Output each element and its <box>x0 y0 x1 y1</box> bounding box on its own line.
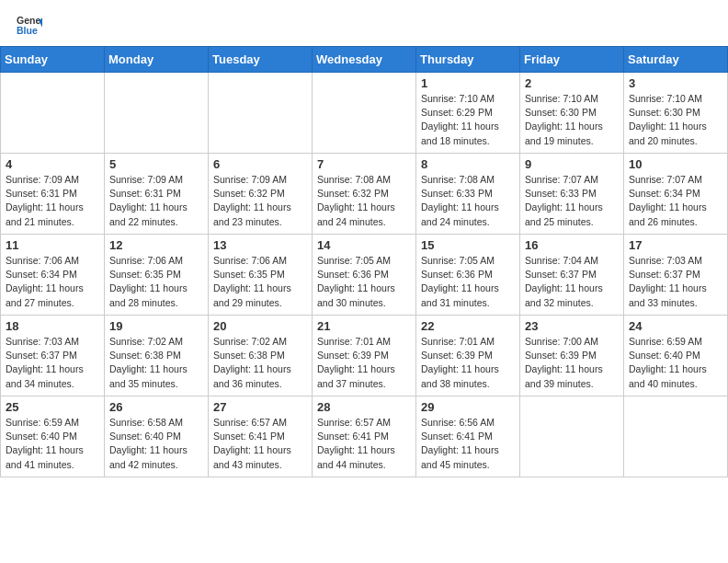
column-header-thursday: Thursday <box>416 47 520 73</box>
calendar-cell: 11Sunrise: 7:06 AM Sunset: 6:34 PM Dayli… <box>1 235 105 316</box>
calendar-cell: 15Sunrise: 7:05 AM Sunset: 6:36 PM Dayli… <box>416 235 520 316</box>
calendar-cell <box>105 73 209 154</box>
day-info: Sunrise: 7:02 AM Sunset: 6:38 PM Dayligh… <box>109 335 203 391</box>
day-number: 6 <box>213 157 307 171</box>
day-number: 7 <box>317 157 411 171</box>
day-info: Sunrise: 7:06 AM Sunset: 6:35 PM Dayligh… <box>213 254 307 310</box>
column-header-saturday: Saturday <box>624 47 728 73</box>
calendar-cell: 17Sunrise: 7:03 AM Sunset: 6:37 PM Dayli… <box>624 235 728 316</box>
calendar-cell: 29Sunrise: 6:56 AM Sunset: 6:41 PM Dayli… <box>416 396 520 477</box>
day-info: Sunrise: 7:06 AM Sunset: 6:35 PM Dayligh… <box>109 254 203 310</box>
day-number: 15 <box>421 238 515 252</box>
calendar-cell: 20Sunrise: 7:02 AM Sunset: 6:38 PM Dayli… <box>209 316 313 396</box>
day-number: 23 <box>525 319 619 333</box>
day-number: 13 <box>213 238 307 252</box>
calendar-cell: 9Sunrise: 7:07 AM Sunset: 6:33 PM Daylig… <box>520 154 624 235</box>
day-info: Sunrise: 7:03 AM Sunset: 6:37 PM Dayligh… <box>6 335 99 391</box>
day-number: 17 <box>629 238 722 252</box>
calendar-cell: 5Sunrise: 7:09 AM Sunset: 6:31 PM Daylig… <box>105 154 209 235</box>
calendar-cell: 12Sunrise: 7:06 AM Sunset: 6:35 PM Dayli… <box>105 235 209 316</box>
day-number: 25 <box>6 400 99 414</box>
calendar-cell: 19Sunrise: 7:02 AM Sunset: 6:38 PM Dayli… <box>105 316 209 396</box>
day-number: 12 <box>109 238 203 252</box>
day-number: 2 <box>525 76 619 90</box>
svg-text:Blue: Blue <box>17 25 38 36</box>
day-info: Sunrise: 7:03 AM Sunset: 6:37 PM Dayligh… <box>629 254 722 310</box>
calendar-cell: 8Sunrise: 7:08 AM Sunset: 6:33 PM Daylig… <box>416 154 520 235</box>
day-number: 22 <box>421 319 515 333</box>
day-number: 28 <box>317 400 411 414</box>
column-header-tuesday: Tuesday <box>209 47 313 73</box>
calendar-cell: 4Sunrise: 7:09 AM Sunset: 6:31 PM Daylig… <box>1 154 105 235</box>
calendar-cell: 22Sunrise: 7:01 AM Sunset: 6:39 PM Dayli… <box>416 316 520 396</box>
day-number: 24 <box>629 319 722 333</box>
day-number: 8 <box>421 157 515 171</box>
calendar-cell <box>209 73 313 154</box>
day-info: Sunrise: 7:10 AM Sunset: 6:30 PM Dayligh… <box>525 92 619 148</box>
day-info: Sunrise: 7:09 AM Sunset: 6:32 PM Dayligh… <box>213 173 307 229</box>
day-info: Sunrise: 6:59 AM Sunset: 6:40 PM Dayligh… <box>629 335 722 391</box>
day-number: 20 <box>213 319 307 333</box>
calendar-cell: 16Sunrise: 7:04 AM Sunset: 6:37 PM Dayli… <box>520 235 624 316</box>
day-info: Sunrise: 7:10 AM Sunset: 6:29 PM Dayligh… <box>421 92 515 148</box>
day-info: Sunrise: 7:01 AM Sunset: 6:39 PM Dayligh… <box>317 335 411 391</box>
calendar-cell: 13Sunrise: 7:06 AM Sunset: 6:35 PM Dayli… <box>209 235 313 316</box>
day-number: 29 <box>421 400 515 414</box>
day-info: Sunrise: 7:09 AM Sunset: 6:31 PM Dayligh… <box>6 173 99 229</box>
column-header-friday: Friday <box>520 47 624 73</box>
day-info: Sunrise: 7:08 AM Sunset: 6:33 PM Dayligh… <box>421 173 515 229</box>
day-info: Sunrise: 7:08 AM Sunset: 6:32 PM Dayligh… <box>317 173 411 229</box>
day-info: Sunrise: 7:05 AM Sunset: 6:36 PM Dayligh… <box>317 254 411 310</box>
day-number: 4 <box>6 157 99 171</box>
calendar-cell <box>624 396 728 477</box>
column-header-wednesday: Wednesday <box>313 47 416 73</box>
calendar-table: SundayMondayTuesdayWednesdayThursdayFrid… <box>0 46 728 477</box>
calendar-cell: 24Sunrise: 6:59 AM Sunset: 6:40 PM Dayli… <box>624 316 728 396</box>
calendar-cell <box>313 73 416 154</box>
calendar-wrapper: SundayMondayTuesdayWednesdayThursdayFrid… <box>0 46 728 477</box>
day-number: 5 <box>109 157 203 171</box>
logo-icon: General Blue <box>17 13 42 39</box>
day-number: 26 <box>109 400 203 414</box>
day-info: Sunrise: 6:58 AM Sunset: 6:40 PM Dayligh… <box>109 416 203 472</box>
calendar-cell: 10Sunrise: 7:07 AM Sunset: 6:34 PM Dayli… <box>624 154 728 235</box>
logo: General Blue <box>17 13 46 39</box>
day-info: Sunrise: 7:07 AM Sunset: 6:34 PM Dayligh… <box>629 173 722 229</box>
day-number: 11 <box>6 238 99 252</box>
day-info: Sunrise: 7:01 AM Sunset: 6:39 PM Dayligh… <box>421 335 515 391</box>
day-info: Sunrise: 6:57 AM Sunset: 6:41 PM Dayligh… <box>213 416 307 472</box>
day-number: 21 <box>317 319 411 333</box>
calendar-cell: 27Sunrise: 6:57 AM Sunset: 6:41 PM Dayli… <box>209 396 313 477</box>
day-number: 10 <box>629 157 722 171</box>
day-info: Sunrise: 6:59 AM Sunset: 6:40 PM Dayligh… <box>6 416 99 472</box>
day-info: Sunrise: 7:04 AM Sunset: 6:37 PM Dayligh… <box>525 254 619 310</box>
day-info: Sunrise: 7:10 AM Sunset: 6:30 PM Dayligh… <box>629 92 722 148</box>
calendar-cell: 28Sunrise: 6:57 AM Sunset: 6:41 PM Dayli… <box>313 396 416 477</box>
day-number: 1 <box>421 76 515 90</box>
calendar-cell <box>520 396 624 477</box>
calendar-cell: 18Sunrise: 7:03 AM Sunset: 6:37 PM Dayli… <box>1 316 105 396</box>
calendar-cell: 14Sunrise: 7:05 AM Sunset: 6:36 PM Dayli… <box>313 235 416 316</box>
calendar-cell: 2Sunrise: 7:10 AM Sunset: 6:30 PM Daylig… <box>520 73 624 154</box>
day-info: Sunrise: 7:02 AM Sunset: 6:38 PM Dayligh… <box>213 335 307 391</box>
calendar-cell: 21Sunrise: 7:01 AM Sunset: 6:39 PM Dayli… <box>313 316 416 396</box>
day-number: 3 <box>629 76 722 90</box>
column-header-sunday: Sunday <box>1 47 105 73</box>
calendar-cell: 25Sunrise: 6:59 AM Sunset: 6:40 PM Dayli… <box>1 396 105 477</box>
calendar-cell: 23Sunrise: 7:00 AM Sunset: 6:39 PM Dayli… <box>520 316 624 396</box>
day-number: 16 <box>525 238 619 252</box>
calendar-cell: 26Sunrise: 6:58 AM Sunset: 6:40 PM Dayli… <box>105 396 209 477</box>
header: General Blue <box>0 0 728 46</box>
column-header-monday: Monday <box>105 47 209 73</box>
calendar-cell: 7Sunrise: 7:08 AM Sunset: 6:32 PM Daylig… <box>313 154 416 235</box>
calendar-cell: 6Sunrise: 7:09 AM Sunset: 6:32 PM Daylig… <box>209 154 313 235</box>
calendar-cell <box>1 73 105 154</box>
day-info: Sunrise: 7:09 AM Sunset: 6:31 PM Dayligh… <box>109 173 203 229</box>
day-info: Sunrise: 7:00 AM Sunset: 6:39 PM Dayligh… <box>525 335 619 391</box>
calendar-cell: 1Sunrise: 7:10 AM Sunset: 6:29 PM Daylig… <box>416 73 520 154</box>
day-number: 9 <box>525 157 619 171</box>
day-info: Sunrise: 6:57 AM Sunset: 6:41 PM Dayligh… <box>317 416 411 472</box>
calendar-cell: 3Sunrise: 7:10 AM Sunset: 6:30 PM Daylig… <box>624 73 728 154</box>
day-number: 27 <box>213 400 307 414</box>
day-info: Sunrise: 7:06 AM Sunset: 6:34 PM Dayligh… <box>6 254 99 310</box>
